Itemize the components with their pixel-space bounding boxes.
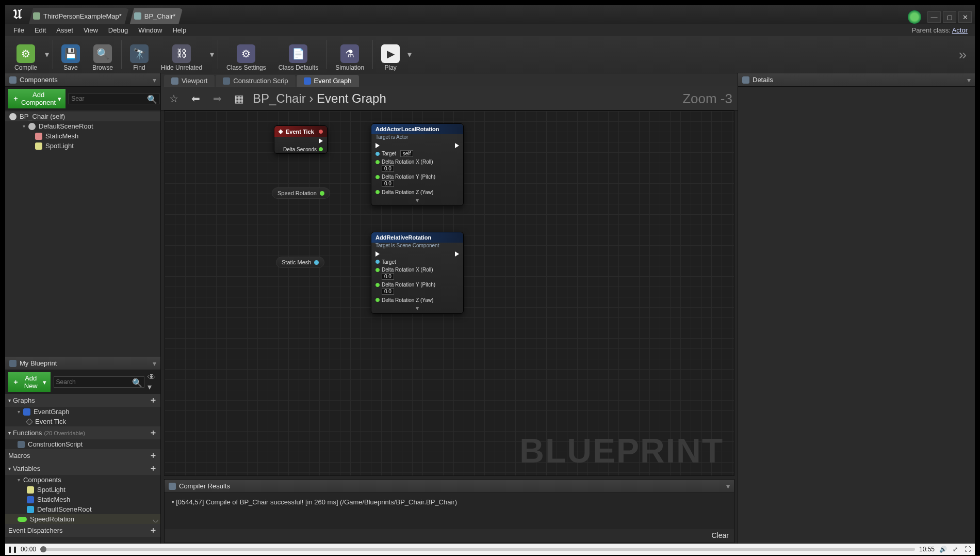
exec-out-pin[interactable] [319,138,323,144]
simulation-button[interactable]: ⚗Simulation [329,38,370,71]
components-search-input[interactable] [69,93,159,104]
graph-grid-icon[interactable]: ▦ [231,91,247,106]
component-self[interactable]: BP_Chair (self) [5,112,160,121]
section-functions[interactable]: ▾Functions(20 Overridable)＋ [5,426,160,439]
nav-back-button[interactable]: ⬅ [188,91,203,106]
pin-value[interactable]: 0.0 [382,180,394,187]
pin-value[interactable]: 0.0 [382,288,394,295]
panel-menu-icon[interactable]: ▾ [153,76,156,84]
menu-edit[interactable]: Edit [29,25,51,35]
expand-pins-button[interactable]: ▾ [371,304,463,313]
item-var-spotlight[interactable]: SpotLight [5,485,160,495]
clear-button[interactable]: Clear [712,531,729,539]
rot-x-pin[interactable] [375,268,380,272]
section-graphs[interactable]: ▾Graphs＋ [5,394,160,407]
details-panel-header[interactable]: Details ▾ [738,73,975,87]
menu-view[interactable]: View [78,25,103,35]
pin-value[interactable]: 0.0 [382,165,394,172]
menu-file[interactable]: File [8,25,29,35]
myblueprint-search-input[interactable] [54,376,144,388]
component-default-scene-root[interactable]: ▾DefaultSceneRoot [5,121,160,131]
panel-menu-icon[interactable]: ▾ [967,76,971,84]
node-add-relative-rotation[interactable]: AddRelativeRotation Target is Scene Comp… [371,232,464,314]
hide-unrelated-button[interactable]: ⛓Hide Unrelated [155,38,208,71]
find-button[interactable]: 🔭Find [124,38,155,71]
item-eventgraph[interactable]: ▾EventGraph [5,407,160,417]
add-component-button[interactable]: ＋Add Component ▾ [8,89,66,108]
section-variables[interactable]: ▾Variables＋ [5,462,160,475]
browse-button[interactable]: 🔍Browse [86,38,119,71]
favorite-icon[interactable]: ☆ [166,91,182,106]
tab-construction-script[interactable]: Construction Scrip [216,75,295,87]
menu-debug[interactable]: Debug [103,25,133,35]
close-button[interactable]: ✕ [958,11,972,23]
item-event-tick[interactable]: Event Tick [5,417,160,426]
item-components-sub[interactable]: ▾Components [5,475,160,485]
section-macros[interactable]: Macros＋ [5,449,160,462]
minimize-button[interactable]: — [927,11,941,23]
panel-menu-icon[interactable]: ▾ [153,359,156,368]
add-graph-button[interactable]: ＋ [149,395,157,406]
menu-window[interactable]: Window [133,25,167,35]
pin-default[interactable]: self [400,150,414,157]
exec-in-pin[interactable] [375,251,380,257]
object-out-pin[interactable] [314,260,319,265]
exec-out-pin[interactable] [455,251,459,257]
item-var-defscene[interactable]: DefaultSceneRoot [5,504,160,514]
myblueprint-panel-header[interactable]: My Blueprint ▾ [5,357,160,370]
play-dropdown[interactable]: ▾ [406,38,413,71]
hide-dropdown[interactable]: ▾ [208,38,216,71]
eye-icon[interactable]: 👁▾ [148,373,157,392]
panel-close-icon[interactable]: ▾ [726,482,730,490]
rot-x-pin[interactable] [375,160,380,164]
video-seek-knob[interactable] [40,546,46,552]
item-var-staticmesh[interactable]: StaticMesh [5,495,160,504]
expand-pins-button[interactable]: ▾ [371,196,463,205]
video-seek-slider[interactable] [40,548,915,551]
section-event-dispatchers[interactable]: Event Dispatchers＋ [5,524,160,537]
add-function-button[interactable]: ＋ [149,427,157,438]
rot-y-pin[interactable] [375,283,380,287]
class-defaults-button[interactable]: 📄Class Defaults [272,38,324,71]
target-pin[interactable] [375,152,380,156]
node-speed-rotation[interactable]: Speed Rotation [272,187,330,199]
eye-closed-icon[interactable]: ◡ [153,515,158,523]
rot-z-pin[interactable] [375,190,380,194]
tab-event-graph[interactable]: Event Graph [297,75,359,87]
breadcrumb-bp[interactable]: BP_Chair [253,91,306,105]
save-button[interactable]: 💾Save [55,38,86,71]
toolbar-overflow[interactable]: » [958,46,972,63]
float-out-pin[interactable] [320,191,324,196]
exec-out-pin[interactable] [455,143,459,148]
node-add-actor-local-rotation[interactable]: AddActorLocalRotation Target is Actor Ta… [371,123,464,206]
video-expand-button[interactable]: ⤢ [951,545,959,553]
file-tab-bpchair[interactable]: BP_Chair* [130,8,183,24]
add-new-button[interactable]: ＋Add New ▾ [8,372,51,392]
video-pause-button[interactable]: ❚❚ [8,545,17,553]
add-dispatcher-button[interactable]: ＋ [149,525,157,536]
maximize-button[interactable]: ◻ [943,11,956,23]
components-panel-header[interactable]: Components ▾ [5,73,160,87]
class-settings-button[interactable]: ⚙Class Settings [220,38,272,71]
graph-canvas[interactable]: BLUEPRINT ◈Event Tick Delta Seconds Sp [164,110,734,476]
nav-forward-button[interactable]: ➡ [209,91,225,106]
node-event-tick[interactable]: ◈Event Tick Delta Seconds [274,125,328,154]
menu-asset[interactable]: Asset [51,25,78,35]
exec-in-pin[interactable] [375,143,380,148]
item-var-speedrotation[interactable]: SpeedRotation◡ [5,514,160,524]
node-static-mesh[interactable]: Static Mesh [276,257,324,268]
video-fullscreen-button[interactable]: ⛶ [963,545,972,553]
float-out-pin[interactable] [319,147,323,151]
compiler-message[interactable]: • [0544,57] Compile of BP_Chair successf… [172,498,727,506]
video-volume-button[interactable]: 🔊 [939,545,947,553]
pin-value[interactable]: 0.0 [382,273,394,280]
compiler-results-header[interactable]: Compiler Results ▾ [165,480,734,493]
parent-class-link[interactable]: Actor [952,26,968,34]
component-static-mesh[interactable]: StaticMesh [5,131,160,141]
target-pin[interactable] [375,260,380,264]
add-variable-button[interactable]: ＋ [149,463,157,474]
menu-help[interactable]: Help [167,25,191,35]
source-control-icon[interactable] [908,10,921,24]
item-construction-script[interactable]: ConstructionScript [5,439,160,449]
file-tab-map[interactable]: ThirdPersonExampleMap* [29,8,129,24]
